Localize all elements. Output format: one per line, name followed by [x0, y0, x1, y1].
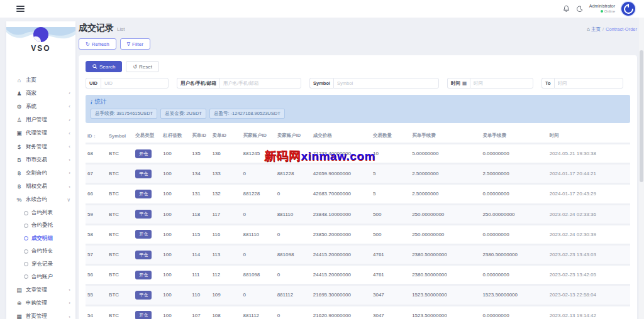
cell-id: 68 — [86, 144, 107, 164]
cell-id: 57 — [86, 244, 107, 264]
filter-row: UID用户名/手机/邮箱Symbol时间▦To — [86, 78, 630, 89]
chevron-left-icon: ‹ — [69, 104, 70, 109]
cell-type: 开仓 — [133, 305, 161, 319]
filter-label-time-from: 时间▦ — [447, 78, 470, 89]
sidebar-item-spot-trade[interactable]: B币币交易‹ — [6, 153, 75, 166]
breadcrumb-current[interactable]: Contract-Order — [606, 26, 637, 32]
cell-symbol: BTC — [107, 285, 133, 305]
cell-sell_fee: 2380.50000000 — [480, 244, 547, 264]
sidebar-item-article-mgmt[interactable]: ▤文章管理‹ — [6, 283, 75, 296]
cell-quantity: 3047 — [371, 305, 410, 319]
cell-seller_account_id: 881112 — [275, 285, 311, 305]
cell-symbol: BTC — [107, 204, 133, 224]
cell-leverage: 100 — [161, 184, 190, 204]
table-row: 54BTC开仓100107108881112021620.90000000304… — [86, 305, 630, 319]
breadcrumb-home-link[interactable]: ⌂主页 — [587, 26, 601, 33]
filter-icon: ∇ — [127, 41, 130, 47]
chevron-left-icon: ‹ — [69, 131, 70, 136]
table-row: 66BTC开仓100131132881228042683.7000000052.… — [86, 184, 630, 204]
scrollbar-thumb[interactable] — [640, 50, 643, 182]
sidebar-item-system[interactable]: ⚙系统‹ — [6, 100, 75, 113]
cell-id: 59 — [86, 204, 107, 224]
cell-buyer_account_id: 881245 — [242, 144, 275, 164]
cell-buy_order_id: 131 — [190, 184, 210, 204]
cell-buy_order_id: 115 — [190, 224, 210, 244]
cell-price: 23850.20000000 — [311, 224, 371, 244]
home-icon: ⌂ — [587, 26, 590, 32]
sidebar-item-label: 期权交易 — [26, 183, 47, 190]
avatar[interactable] — [621, 2, 635, 16]
column-header: 时间 — [548, 129, 630, 144]
cell-quantity: 5 — [371, 164, 410, 184]
search-button[interactable]: Search — [86, 61, 122, 72]
sidebar-item-delivery-contract[interactable]: ฿交割合约‹ — [6, 166, 75, 180]
calendar-icon: ▦ — [462, 80, 467, 86]
cell-seller_account_id: 881110 — [275, 204, 311, 224]
cell-sell_order_id: 136 — [210, 144, 241, 164]
cell-type: 开仓 — [133, 184, 161, 204]
sidebar-subitem-contract-accounts[interactable]: 合约账户 — [6, 271, 75, 283]
admin-menu[interactable]: Administrator Online — [589, 4, 615, 14]
cell-sell_order_id: 109 — [210, 285, 241, 305]
filter-button[interactable]: ∇Filter — [120, 38, 150, 50]
sidebar-item-agent-mgmt[interactable]: ▣代理管理‹ — [6, 127, 75, 140]
cell-sell_fee: 0.00000000 — [480, 265, 547, 285]
cell-symbol: BTC — [107, 224, 133, 244]
time-to-input[interactable] — [554, 78, 623, 89]
gear-icon: ⚙ — [16, 104, 23, 110]
sidebar-subitem-liquidation-records[interactable]: 穿仓记录 — [6, 257, 75, 270]
filter-label-user: 用户名/手机/邮箱 — [177, 78, 219, 89]
content-card: Search ↺Reset UID用户名/手机/邮箱Symbol时间▦To i … — [79, 55, 637, 319]
sidebar-item-merchant[interactable]: ♟商家‹ — [6, 87, 75, 100]
sidebar-item-subscription-mgmt[interactable]: ⊕申购管理‹ — [6, 296, 75, 310]
column-header: 卖家账户ID — [275, 129, 311, 144]
sidebar-subitem-trade-details[interactable]: 成交明细 — [6, 232, 75, 245]
filter-group-time-to: To — [541, 78, 623, 89]
merchant-icon: ♟ — [16, 90, 23, 97]
sidebar-subitem-contract-orders[interactable]: 合约委托 — [6, 219, 75, 232]
cell-buyer_account_id: 0 — [242, 164, 275, 184]
sidebar-item-options-trade[interactable]: ฿期权交易‹ — [6, 180, 75, 193]
cell-seller_account_id: 0 — [275, 184, 311, 204]
cell-buy_order_id: 114 — [190, 244, 210, 264]
cell-id: 67 — [86, 164, 107, 184]
sidebar-item-home[interactable]: ⌂主页 — [6, 73, 75, 87]
cell-sell_order_id: 108 — [210, 305, 241, 319]
column-header: 交易数量 — [371, 129, 410, 144]
column-header: 杠杆倍数 — [161, 129, 190, 144]
cell-price: 24415.20000000 — [311, 265, 371, 285]
uid-input[interactable] — [101, 78, 169, 89]
user-input[interactable] — [219, 78, 301, 89]
sidebar-item-finance-mgmt[interactable]: $财务管理‹ — [6, 140, 75, 153]
column-header[interactable]: ID ↕ — [86, 129, 107, 144]
cell-id: 54 — [86, 305, 107, 319]
cell-symbol: BTC — [107, 305, 133, 319]
trade-type-badge: 平仓 — [135, 291, 152, 300]
cell-price: 42683.70000000 — [311, 184, 371, 204]
cell-leverage: 100 — [161, 144, 190, 164]
column-header: 卖单ID — [210, 129, 241, 144]
cell-time: 2024-01-17 20:44:21 — [548, 164, 630, 184]
symbol-input[interactable] — [333, 78, 439, 89]
sidebar-subitem-contract-positions[interactable]: 合约持仓 — [6, 245, 75, 257]
id-card-icon: ▣ — [16, 130, 23, 136]
cell-buy_fee: 2380.50000000 — [410, 265, 480, 285]
refresh-button[interactable]: ↻Refresh — [79, 38, 116, 50]
column-header: 成交价格 — [311, 129, 371, 144]
moon-icon[interactable] — [576, 6, 583, 13]
sidebar-item-perpetual-contract[interactable]: %永续合约∨ — [6, 193, 75, 207]
bell-icon[interactable] — [563, 5, 570, 13]
sidebar-item-user-mgmt[interactable]: ♙用户管理‹ — [6, 114, 75, 127]
cell-id: 66 — [86, 184, 107, 204]
table-row: 58BTC开仓100115116881110023850.20000000500… — [86, 224, 630, 244]
breadcrumb-separator: / — [602, 26, 604, 32]
chevron-left-icon: ‹ — [69, 170, 70, 176]
cell-time: 2024-05-21 19:30:38 — [548, 144, 630, 164]
radio-circle-icon — [24, 274, 28, 279]
sidebar-item-label: 申购管理 — [26, 300, 47, 307]
hamburger-menu-icon[interactable] — [16, 4, 25, 13]
time-from-input[interactable] — [470, 78, 533, 89]
sidebar-subitem-contract-list[interactable]: 合约列表 — [6, 207, 75, 219]
sidebar-item-homepage-mgmt[interactable]: ▦首页管理‹ — [6, 310, 75, 319]
reset-button[interactable]: ↺Reset — [126, 61, 159, 72]
